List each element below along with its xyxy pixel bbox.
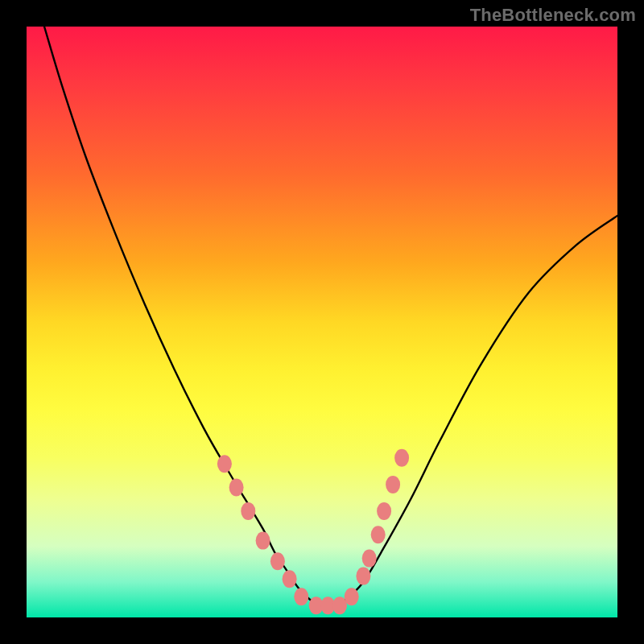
curve-marker	[241, 502, 255, 520]
curve-marker	[229, 479, 244, 497]
curve-marker	[356, 568, 370, 585]
curve-marker	[362, 550, 377, 568]
curve-marker	[256, 532, 270, 550]
bottleneck-curve	[44, 27, 617, 606]
curve-marker	[394, 449, 409, 467]
chart-svg	[27, 27, 617, 617]
curve-marker	[270, 552, 285, 570]
curve-marker	[377, 502, 391, 520]
curve-marker	[345, 588, 359, 605]
chart-frame: TheBottleneck.com	[0, 0, 644, 644]
highlight-markers	[217, 449, 409, 615]
curve-marker	[294, 588, 308, 605]
curve-marker	[371, 526, 386, 543]
watermark-text: TheBottleneck.com	[470, 5, 636, 26]
plot-area	[27, 27, 617, 617]
curve-marker	[217, 455, 232, 473]
curve-marker	[283, 570, 297, 588]
curve-marker	[386, 476, 400, 493]
